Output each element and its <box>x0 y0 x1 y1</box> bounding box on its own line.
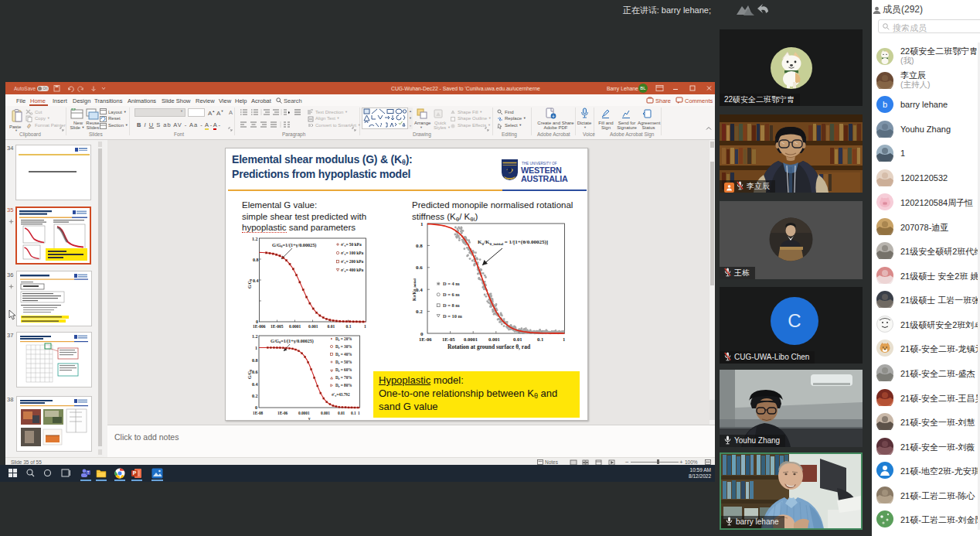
svg-text:AUSTRALIA: AUSTRALIA <box>521 174 568 183</box>
svg-text:0.0001: 0.0001 <box>464 336 478 342</box>
svg-text:0.4: 0.4 <box>253 278 259 283</box>
svg-text:0.1: 0.1 <box>351 411 356 415</box>
svg-text:0.001: 0.001 <box>308 324 318 329</box>
svg-text:G/G0=1/(1+γ/0.00025): G/G0=1/(1+γ/0.00025) <box>271 339 314 344</box>
svg-text:D = 8 m: D = 8 m <box>443 302 460 308</box>
svg-text:1E-05: 1E-05 <box>442 336 455 342</box>
svg-text:0.0001: 0.0001 <box>289 324 301 329</box>
svg-text:1: 1 <box>420 221 424 227</box>
svg-text:1E-005: 1E-005 <box>271 324 284 329</box>
svg-text:G/G0=1/(1+γ/0.00025): G/G0=1/(1+γ/0.00025) <box>272 242 316 248</box>
svg-text:Dr = 60%: Dr = 60% <box>335 367 352 373</box>
svg-text:0.2: 0.2 <box>416 309 423 315</box>
svg-text:G/G0: G/G0 <box>247 279 253 288</box>
svg-text:D = 10 m: D = 10 m <box>443 313 462 319</box>
svg-text:0.8: 0.8 <box>252 358 258 363</box>
svg-text:γ: γ <box>308 416 311 421</box>
svg-text:1: 1 <box>563 336 565 342</box>
svg-text:Dr = 50%: Dr = 50% <box>335 360 352 365</box>
svg-text:G/G0: G/G0 <box>247 370 253 379</box>
svg-text:1: 1 <box>358 411 360 415</box>
svg-text:0.1: 0.1 <box>346 324 352 329</box>
svg-text:σ′v= 200 kPa: σ′v= 200 kPa <box>341 259 364 265</box>
svg-text:1.2: 1.2 <box>252 237 258 241</box>
svg-text:Dr = 70%: Dr = 70% <box>335 375 352 381</box>
svg-text:0.1: 0.1 <box>537 336 543 342</box>
svg-text:0.8: 0.8 <box>416 243 423 249</box>
svg-text:σ′v=43.792: σ′v=43.792 <box>332 392 350 398</box>
svg-text:0.0001: 0.0001 <box>298 411 310 415</box>
svg-text:D = 4 m: D = 4 m <box>443 281 460 286</box>
svg-text:Dr = 40%: Dr = 40% <box>335 352 352 357</box>
svg-text:1: 1 <box>364 324 366 329</box>
svg-text:σ′v= 100 kPa: σ′v= 100 kPa <box>341 251 364 256</box>
svg-text:1.2: 1.2 <box>252 334 258 339</box>
svg-text:Dr = 30%: Dr = 30% <box>335 344 352 350</box>
svg-text:0.6: 0.6 <box>252 370 258 374</box>
svg-text:Kθ/Kθ_initial = 1/[1+(θ/0.0002: Kθ/Kθ_initial = 1/[1+(θ/0.00025)] <box>478 239 548 246</box>
svg-text:T: T <box>87 470 89 475</box>
svg-text:0.001: 0.001 <box>321 411 330 415</box>
svg-text:Dr = 80%: Dr = 80% <box>335 383 352 388</box>
svg-text:1E-06: 1E-06 <box>419 336 432 342</box>
svg-text:0.01: 0.01 <box>338 411 345 415</box>
svg-text:σ′v= 50 kPa: σ′v= 50 kPa <box>341 242 362 248</box>
svg-text:1E-08: 1E-08 <box>253 411 264 415</box>
svg-text:D = 6 m: D = 6 m <box>443 292 460 297</box>
svg-text:0.2: 0.2 <box>252 394 258 398</box>
svg-text:0.8: 0.8 <box>253 258 259 262</box>
svg-text:1E-006: 1E-006 <box>253 324 266 329</box>
svg-text:0.4: 0.4 <box>252 382 258 387</box>
svg-text:Rotation at ground surface θ,: Rotation at ground surface θ, rad <box>447 343 531 350</box>
svg-text:1E-06: 1E-06 <box>277 411 288 415</box>
svg-text:Kθ/Kθ_initial: Kθ/Kθ_initial <box>412 278 417 301</box>
svg-text:0.001: 0.001 <box>488 336 500 342</box>
svg-text:0.01: 0.01 <box>328 324 335 329</box>
svg-text:σ′v= 400 kPa: σ′v= 400 kPa <box>341 268 364 273</box>
svg-text:Dr = 20%: Dr = 20% <box>335 336 352 342</box>
svg-text:0: 0 <box>255 405 257 410</box>
svg-text:0.6: 0.6 <box>416 265 423 271</box>
svg-text:1: 1 <box>255 346 257 350</box>
svg-text:0.4: 0.4 <box>416 287 423 293</box>
svg-text:0.01: 0.01 <box>513 336 522 342</box>
svg-text:P: P <box>133 470 137 476</box>
